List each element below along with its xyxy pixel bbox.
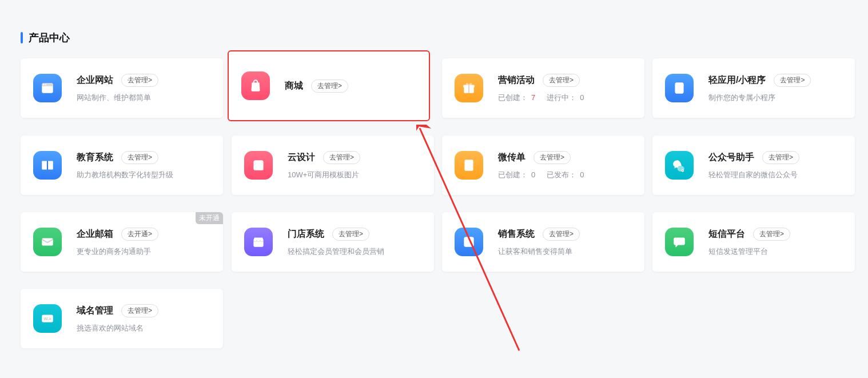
manage-button[interactable]: 去管理> — [121, 304, 158, 317]
card-store[interactable]: 门店系统 去管理> 轻松搞定会员管理和会员营销 — [232, 212, 434, 272]
flyer-icon — [455, 151, 483, 180]
manage-button[interactable]: 去管理> — [533, 151, 571, 164]
svg-rect-15 — [467, 166, 469, 167]
card-title: 轻应用/小程序 — [708, 74, 766, 86]
card-wechat[interactable]: 公众号助手 去管理> 轻松管理自家的微信公众号 — [652, 136, 855, 195]
card-title: 营销活动 — [498, 74, 535, 86]
stat-label: 进行中： — [547, 93, 576, 103]
manage-button[interactable]: 去管理> — [543, 228, 580, 241]
card-desc: 轻松搞定会员管理和会员营销 — [288, 246, 421, 257]
unopened-tag: 未开通 — [196, 212, 223, 224]
card-title: 门店系统 — [288, 228, 324, 240]
card-desc: 挑选喜欢的网站域名 — [77, 323, 210, 333]
card-title: 企业邮箱 — [77, 228, 113, 240]
stat-label: 已创建： — [498, 93, 528, 103]
card-shop[interactable]: 商城 去管理> — [228, 50, 430, 121]
card-title: 教育系统 — [77, 152, 113, 164]
card-website[interactable]: 企业网站 去管理> 网站制作、维护都简单 — [21, 58, 223, 118]
svg-rect-19 — [466, 240, 472, 241]
card-domain[interactable]: W.= 域名管理 去管理> 挑选喜欢的网站域名 — [21, 289, 223, 348]
card-title: 域名管理 — [77, 305, 113, 317]
shopping-bag-icon — [241, 71, 270, 100]
stat-value: 7 — [531, 93, 535, 102]
section-header: 产品中心 — [21, 31, 70, 45]
stat-label: 已发布： — [547, 170, 576, 180]
card-title: 微传单 — [498, 152, 525, 164]
svg-point-11 — [256, 162, 258, 165]
stat-label: 已创建： — [498, 170, 528, 180]
svg-rect-20 — [466, 241, 472, 242]
svg-rect-23 — [676, 242, 681, 243]
svg-rect-12 — [464, 160, 473, 171]
card-title: 短信平台 — [708, 228, 745, 240]
manage-button[interactable]: 去管理> — [311, 79, 348, 93]
stat-value: 0 — [580, 170, 584, 179]
gift-icon — [455, 74, 483, 102]
manage-button[interactable]: 去管理> — [121, 74, 158, 87]
card-stats: 已创建： 7 进行中： 0 — [498, 93, 632, 103]
card-marketing[interactable]: 营销活动 去管理> 已创建： 7 进行中： 0 — [442, 58, 644, 118]
domain-icon: W.= — [33, 304, 62, 333]
svg-rect-9 — [47, 161, 48, 169]
stat-value: 0 — [531, 170, 535, 179]
card-desc: 让获客和销售变得简单 — [498, 246, 632, 257]
card-edu[interactable]: 教育系统 去管理> 助力教培机构数字化转型升级 — [21, 136, 223, 195]
card-title: 销售系统 — [498, 228, 535, 240]
svg-point-3 — [45, 84, 46, 85]
svg-rect-22 — [676, 240, 683, 241]
wechat-icon — [665, 151, 694, 180]
card-miniapp[interactable]: 轻应用/小程序 去管理> 制作您的专属小程序 — [652, 58, 855, 118]
card-flyer[interactable]: 微传单 去管理> 已创建： 0 已发布： 0 — [442, 136, 644, 195]
accent-bar-icon — [21, 32, 23, 43]
card-title: 公众号助手 — [708, 152, 754, 164]
card-mail[interactable]: 未开通 企业邮箱 去开通> 更专业的商务沟通助手 — [21, 212, 223, 272]
svg-text:W.=: W.= — [44, 316, 52, 321]
list-lines-icon — [455, 228, 483, 256]
card-desc: 短信发送管理平台 — [708, 246, 842, 257]
card-desc: 更专业的商务沟通助手 — [77, 246, 210, 257]
mini-program-icon — [665, 74, 694, 102]
svg-rect-14 — [467, 164, 472, 165]
stat-value: 0 — [580, 93, 584, 102]
svg-rect-6 — [468, 85, 469, 93]
manage-button[interactable]: 去管理> — [323, 151, 360, 164]
book-icon — [33, 151, 62, 180]
manage-button[interactable]: 去管理> — [543, 74, 580, 87]
svg-rect-21 — [466, 244, 470, 245]
section-title: 产品中心 — [29, 31, 70, 45]
image-icon — [244, 151, 273, 180]
manage-button[interactable]: 去管理> — [762, 151, 799, 164]
card-desc: 轻松管理自家的微信公众号 — [708, 170, 842, 180]
card-sales[interactable]: 销售系统 去管理> 让获客和销售变得简单 — [442, 212, 644, 272]
svg-point-2 — [43, 84, 44, 85]
manage-button[interactable]: 去管理> — [753, 228, 790, 241]
open-button[interactable]: 去开通> — [121, 228, 158, 241]
card-desc: 制作您的专属小程序 — [708, 93, 842, 103]
card-title: 企业网站 — [77, 74, 113, 86]
svg-rect-13 — [467, 162, 472, 163]
manage-button[interactable]: 去管理> — [774, 74, 811, 87]
card-desc: 10W+可商用模板图片 — [288, 170, 421, 180]
manage-button[interactable]: 去管理> — [332, 228, 369, 241]
envelope-icon — [33, 228, 62, 256]
card-desc: 网站制作、维护都简单 — [77, 93, 210, 103]
card-title: 云设计 — [288, 152, 315, 164]
card-desc: 助力教培机构数字化转型升级 — [77, 170, 210, 180]
storefront-icon — [244, 228, 273, 256]
chat-bubble-icon — [665, 228, 694, 256]
card-design[interactable]: 云设计 去管理> 10W+可商用模板图片 — [232, 136, 434, 195]
browser-window-icon — [33, 74, 62, 102]
card-title: 商城 — [285, 80, 303, 92]
card-stats: 已创建： 0 已发布： 0 — [498, 170, 632, 180]
card-sms[interactable]: 短信平台 去管理> 短信发送管理平台 — [652, 212, 855, 272]
manage-button[interactable]: 去管理> — [121, 151, 158, 164]
